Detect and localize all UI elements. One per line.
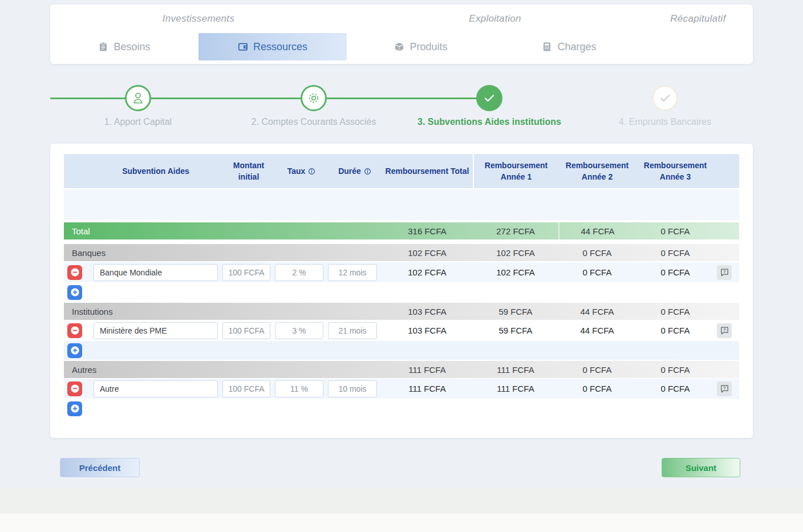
autres-remboursement-total: 111 FCFA bbox=[382, 361, 473, 378]
row-remboursement-total: 103 FCFA bbox=[382, 320, 473, 340]
step-1-circle bbox=[125, 85, 151, 111]
montant-initial-input[interactable] bbox=[222, 264, 270, 281]
row-annee-1: 111 FCFA bbox=[473, 379, 558, 399]
table-row-banque-mondiale: 102 FCFA 102 FCFA 0 FCFA 0 FCFA bbox=[64, 262, 739, 282]
group-institutions-label: Institutions bbox=[64, 307, 382, 316]
header-duree: Durée bbox=[328, 154, 382, 188]
total-annee-3: 0 FCFA bbox=[636, 222, 715, 239]
total-remboursement-total: 316 FCFA bbox=[382, 222, 473, 239]
row-annee-2: 44 FCFA bbox=[558, 320, 636, 340]
row-annee-3: 0 FCFA bbox=[636, 379, 715, 399]
banques-annee-2: 0 FCFA bbox=[558, 244, 636, 261]
header-taux-label: Taux bbox=[287, 165, 306, 177]
empty-spacer-row bbox=[64, 189, 739, 220]
next-button[interactable]: Suivant bbox=[662, 458, 740, 477]
taux-input[interactable] bbox=[275, 380, 323, 397]
step-emprunts[interactable]: 4. Emprunts Bancaires bbox=[577, 80, 753, 127]
top-navigation-card: Investissements Besoins Ressources Explo… bbox=[50, 5, 753, 64]
nav-group-exploitation: Exploitation bbox=[347, 11, 643, 33]
tab-produits[interactable]: Produits bbox=[347, 33, 495, 60]
taux-input[interactable] bbox=[275, 322, 323, 339]
group-row-banques: Banques 102 FCFA 102 FCFA 0 FCFA 0 FCFA bbox=[64, 244, 739, 261]
header-spacer bbox=[64, 154, 89, 188]
step-4-circle bbox=[652, 85, 678, 111]
tab-ressources-label: Ressources bbox=[253, 41, 307, 53]
step-4-label: 4. Emprunts Bancaires bbox=[619, 117, 711, 127]
stepper: 1. Apport Capital 2. Comptes Courants As… bbox=[50, 80, 753, 128]
header-taux: Taux bbox=[275, 154, 328, 188]
nav-section-recapitulatif: Récapitulatif bbox=[643, 11, 753, 60]
header-remboursement-annee-3: Remboursement Année 3 bbox=[636, 154, 715, 188]
calculator-icon bbox=[542, 42, 552, 52]
autres-annee-1: 111 FCFA bbox=[473, 361, 558, 378]
subvention-name-input[interactable] bbox=[94, 380, 218, 397]
check-icon bbox=[482, 91, 496, 105]
row-annee-1: 102 FCFA bbox=[473, 262, 558, 282]
subvention-name-input[interactable] bbox=[94, 264, 218, 281]
step-subventions[interactable]: 3. Subventions Aides institutions bbox=[402, 80, 577, 127]
add-row-institutions bbox=[64, 341, 739, 360]
institutions-annee-2: 44 FCFA bbox=[558, 303, 636, 320]
tab-produits-label: Produits bbox=[409, 41, 447, 53]
remove-row-button[interactable] bbox=[67, 265, 82, 280]
tab-besoins-label: Besoins bbox=[113, 41, 150, 53]
add-row-button[interactable] bbox=[67, 343, 82, 358]
duree-input[interactable] bbox=[328, 264, 377, 281]
institutions-remboursement-total: 103 FCFA bbox=[382, 303, 473, 320]
comment-question-icon bbox=[720, 326, 729, 335]
step-2-circle bbox=[301, 85, 327, 111]
taux-input[interactable] bbox=[275, 264, 323, 281]
header-spacer bbox=[715, 154, 739, 188]
step-3-label: 3. Subventions Aides institutions bbox=[417, 117, 561, 127]
plus-circle-icon bbox=[70, 403, 80, 414]
institutions-annee-3: 0 FCFA bbox=[636, 303, 715, 320]
total-row: Total 316 FCFA 272 FCFA 44 FCFA 0 FCFA bbox=[64, 222, 739, 239]
nav-group-recapitulatif: Récapitulatif bbox=[643, 11, 753, 33]
total-label: Total bbox=[64, 226, 382, 236]
header-remboursement-annee-1: Remboursement Année 1 bbox=[473, 154, 558, 188]
montant-initial-input[interactable] bbox=[222, 322, 270, 339]
row-annee-3: 0 FCFA bbox=[636, 320, 715, 340]
institutions-annee-1: 59 FCFA bbox=[473, 303, 558, 320]
tab-ressources[interactable]: Ressources bbox=[198, 33, 347, 60]
remove-row-button[interactable] bbox=[67, 323, 82, 338]
subvention-name-input[interactable] bbox=[94, 322, 218, 339]
add-row-button[interactable] bbox=[67, 401, 82, 416]
step-comptes-courants[interactable]: 2. Comptes Courants Associés bbox=[226, 80, 402, 127]
tab-besoins[interactable]: Besoins bbox=[50, 33, 198, 60]
subventions-table-card: Subvention Aides Montant initial Taux Du… bbox=[50, 144, 753, 438]
tab-charges-label: Charges bbox=[557, 41, 596, 53]
nav-section-exploitation: Exploitation Produits Charges bbox=[347, 11, 643, 60]
group-row-institutions: Institutions 103 FCFA 59 FCFA 44 FCFA 0 … bbox=[64, 303, 739, 320]
duree-input[interactable] bbox=[328, 322, 377, 339]
remove-row-button[interactable] bbox=[67, 381, 82, 396]
clipboard-icon bbox=[98, 42, 108, 52]
total-annee-1: 272 FCFA bbox=[473, 222, 558, 239]
row-remboursement-total: 102 FCFA bbox=[382, 262, 473, 282]
duree-input[interactable] bbox=[328, 380, 377, 397]
banques-annee-1: 102 FCFA bbox=[473, 244, 558, 261]
nav-group-investissements: Investissements bbox=[50, 11, 347, 33]
group-row-autres: Autres 111 FCFA 111 FCFA 0 FCFA 0 FCFA bbox=[64, 361, 739, 378]
table-row-autre: 111 FCFA 111 FCFA 0 FCFA 0 FCFA bbox=[64, 379, 739, 399]
comment-button[interactable] bbox=[717, 323, 732, 338]
comment-button[interactable] bbox=[717, 265, 732, 280]
header-subvention-aides: Subvention Aides bbox=[89, 154, 222, 188]
nav-section-investissements: Investissements Besoins Ressources bbox=[50, 11, 347, 60]
info-icon[interactable] bbox=[308, 168, 315, 175]
gear-icon bbox=[307, 91, 321, 105]
tab-charges[interactable]: Charges bbox=[495, 33, 643, 60]
group-banques-label: Banques bbox=[64, 248, 382, 258]
add-row-button[interactable] bbox=[67, 285, 82, 300]
wallet-icon bbox=[238, 42, 248, 52]
comment-button[interactable] bbox=[717, 381, 732, 396]
header-montant-initial: Montant initial bbox=[222, 154, 275, 188]
step-2-label: 2. Comptes Courants Associés bbox=[252, 117, 376, 127]
step-apport-capital[interactable]: 1. Apport Capital bbox=[50, 80, 226, 127]
check-icon bbox=[658, 91, 672, 105]
previous-button[interactable]: Précédent bbox=[60, 458, 140, 477]
montant-initial-input[interactable] bbox=[222, 380, 270, 397]
minus-circle-icon bbox=[70, 383, 80, 394]
info-icon[interactable] bbox=[364, 168, 371, 175]
table-row-ministere-des-pme: 103 FCFA 59 FCFA 44 FCFA 0 FCFA bbox=[64, 320, 739, 340]
